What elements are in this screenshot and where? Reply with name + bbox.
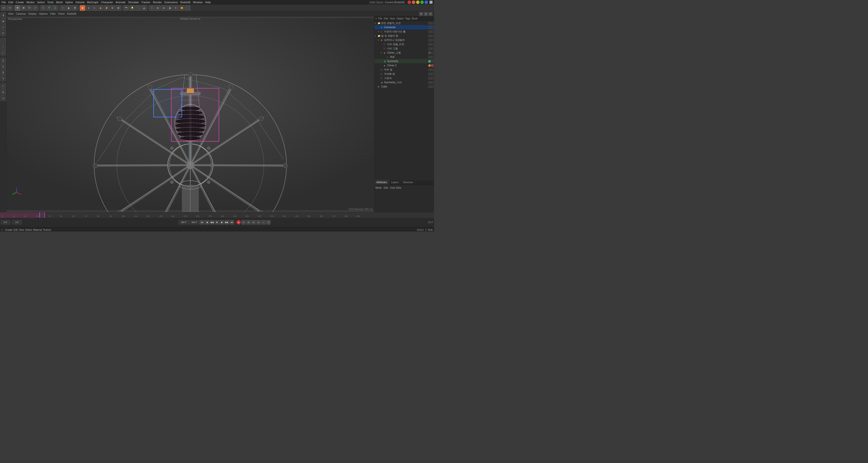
tree-item-3[interactable]: ▸ □ 카운대 네온사인 틀 [374,29,434,34]
goto-start-button[interactable]: ⏮ [200,220,204,225]
traffic-green-btn[interactable] [420,0,424,4]
traffic-red-btn[interactable] [408,0,411,4]
tab-structure[interactable]: Structure [401,180,415,185]
menu-animate[interactable]: Animate [116,1,125,4]
deformer-button[interactable]: ◈ [98,5,103,11]
redshift-menu[interactable]: Redshift [67,12,76,15]
user-data-btn[interactable]: User Data [390,187,401,189]
tool-polys[interactable]: □ [0,50,6,56]
menu-mograph[interactable]: MoGraph [87,1,98,4]
prev-key-button[interactable]: ◀ [205,220,209,225]
edit-btn[interactable]: Edit [384,187,388,189]
filter-menu[interactable]: Filter [50,12,56,15]
right-edit-menu[interactable]: Edit [384,17,388,20]
tree-item-8[interactable]: ▸ ◈ Cloner_고형 ✓ [374,51,434,55]
settings-button[interactable]: ⚙ [72,5,78,11]
tree-item-7[interactable]: □ 다리 고형 [374,46,434,51]
menu-modes[interactable]: Modes [26,1,35,4]
rotate-button[interactable]: ↻ [27,5,32,11]
tool-cursor[interactable]: ⬆ [0,12,6,18]
play-back-button[interactable]: ◀◀ [210,220,214,225]
bottom-menu-icon[interactable]: ≡ [1,229,3,231]
tag-button[interactable]: ⬛ [135,5,141,11]
effector-button[interactable]: ⚡ [104,5,109,11]
tool-paint[interactable]: ✎ [0,76,6,81]
menu-volume[interactable]: Volume [75,1,85,4]
tree-item-4[interactable]: ▸ 📁 알 유 관람자 원 [374,34,434,38]
morph-button[interactable]: M [246,220,251,225]
menu-spline[interactable]: Spline [65,1,73,4]
menu-mesh[interactable]: Mesh [56,1,63,4]
cameras-menu[interactable]: Cameras [16,12,26,15]
tool-circle-arrow[interactable]: ⊙ [0,95,6,101]
tool-dollar[interactable]: $ [0,70,6,75]
tree-item-null[interactable]: ○ Null [374,55,434,59]
sphere-object-button[interactable]: ● [86,5,91,11]
next-key-button[interactable]: ▶▶ [225,220,229,225]
menu-character[interactable]: Character [101,1,113,4]
menu-file[interactable]: File [1,1,6,4]
select-button[interactable]: ⊕ [21,5,26,11]
panel-menu[interactable]: Panel [58,12,65,15]
undo-button[interactable]: ↩ [1,5,6,11]
world-button[interactable]: ⊕ [155,5,160,11]
render-icon-3[interactable]: P [266,220,271,225]
menu-extensions[interactable]: Extensions [164,1,178,4]
extra-button[interactable]: ◑ [167,5,173,11]
z-axis-button[interactable]: Z [52,5,58,11]
window-control[interactable] [430,1,433,4]
timeline-ruler[interactable]: 0 10 20 30 40 50 60 70 80 90 100 110 120… [0,212,434,218]
mode-btn[interactable]: Mode [375,187,382,189]
finish-button[interactable]: ⬛ [185,5,190,11]
menu-render[interactable]: Render [153,1,162,4]
play-button[interactable]: ▶ [66,5,71,11]
y-axis-button[interactable]: Y [46,5,52,11]
light-button[interactable]: 💡 [129,5,135,11]
menu-tracker[interactable]: Tracker [141,1,151,4]
bottom-material[interactable]: Material [33,229,42,231]
start-frame-input[interactable] [1,220,10,224]
menu-select[interactable]: Select [37,1,45,4]
menu-create[interactable]: Create [16,1,24,4]
menu-window[interactable]: Window [193,1,203,4]
tree-item-cloner2[interactable]: ◈ Cloner 2 [374,63,434,68]
menu-help[interactable]: Help [205,1,211,4]
traffic-yellow-btn[interactable] [416,0,420,4]
tree-item-12[interactable]: □ 두부 원 [374,68,434,72]
bottom-edit[interactable]: Edit [13,229,18,231]
tree-item-6[interactable]: □ 다리 정렬_라쟛 [374,42,434,46]
display-menu[interactable]: Display [28,12,37,15]
nav-icon-3[interactable]: ⊡ [429,12,433,16]
tool-grid[interactable]: ⊞ [0,90,6,95]
tab-attributes[interactable]: Attributes [374,180,389,185]
tree-item-symmetry[interactable]: ◑ Symmetry [374,59,434,63]
tool-move[interactable]: ✥ [0,19,6,24]
record-button[interactable]: ● [236,220,241,225]
move-tool-button[interactable]: ✥ [15,5,20,11]
right-book-menu[interactable]: Book [412,17,417,20]
render-icon-1[interactable]: R [256,220,261,225]
bottom-create[interactable]: Create [5,229,12,231]
material-button[interactable]: ◭ [141,5,147,11]
tool-rotate2[interactable]: ↻ [0,30,6,36]
menu-redshift[interactable]: Redshift [180,1,190,4]
render-icon-2[interactable]: V [261,220,266,225]
tab-layers[interactable]: Layers [389,180,401,185]
mode2-button[interactable]: ⊚ [161,5,166,11]
tree-item-13[interactable]: □ 두번째 원 [374,72,434,76]
goto-end-button[interactable]: ⏭ [229,220,234,225]
camera-button[interactable]: 📷 [123,5,129,11]
menu-edit[interactable]: Edit [8,1,13,4]
bottom-texture[interactable]: Texture [43,229,51,231]
right-file-menu[interactable]: File [378,17,382,20]
x-axis-button[interactable]: X [40,5,46,11]
play-forward-button[interactable]: ▶ [220,220,224,225]
tool-s2[interactable]: S [0,64,6,69]
field-button[interactable]: ⊛ [110,5,115,11]
spline-button[interactable]: ∿ [92,5,97,11]
extra2-button[interactable]: 🔶 [179,5,184,11]
right-tags-menu[interactable]: Tags [405,17,410,20]
menu-simulate[interactable]: Simulate [128,1,139,4]
tree-item-14[interactable]: □ 가운데 [374,76,434,80]
tool-edges[interactable]: / [0,44,6,49]
